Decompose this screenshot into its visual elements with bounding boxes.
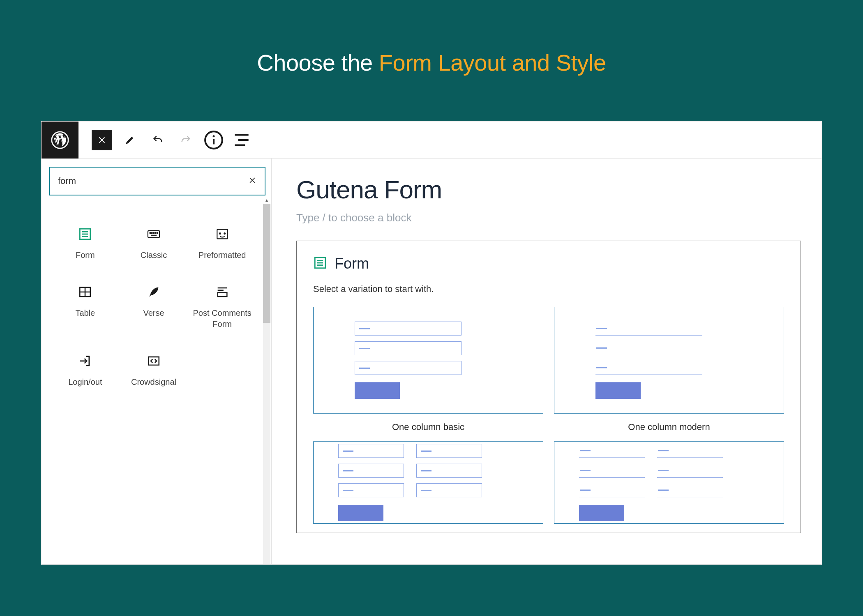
block-item-crowdsignal[interactable]: Crowdsignal <box>122 343 186 397</box>
variation-two-column-basic[interactable] <box>313 441 543 524</box>
variation-label: One column modern <box>554 422 784 432</box>
svg-rect-26 <box>217 292 227 297</box>
embed-icon <box>146 354 161 368</box>
redo-button[interactable] <box>175 130 196 150</box>
variation-one-column-modern[interactable]: One column modern <box>554 307 784 432</box>
form-icon <box>78 227 92 241</box>
variation-preview <box>554 307 784 414</box>
block-item-label: Classic <box>141 250 167 261</box>
block-item-label: Form <box>76 250 95 261</box>
block-item-label: Login/out <box>68 377 102 388</box>
block-item-form[interactable]: Form <box>53 216 118 270</box>
block-results-grid: Form Classic Preformatted <box>49 208 258 397</box>
search-input[interactable] <box>58 176 248 186</box>
variation-preview <box>554 441 784 524</box>
svg-rect-27 <box>148 357 159 365</box>
svg-point-3 <box>213 135 215 137</box>
svg-point-13 <box>152 232 152 233</box>
block-item-label: Verse <box>143 308 164 319</box>
svg-point-19 <box>219 233 221 234</box>
clear-search-icon[interactable] <box>248 176 256 186</box>
block-item-classic[interactable]: Classic <box>122 216 186 270</box>
wordpress-logo[interactable] <box>42 122 78 159</box>
block-search-field[interactable] <box>49 167 265 195</box>
variation-preview <box>313 307 543 414</box>
svg-point-20 <box>224 233 225 234</box>
svg-rect-11 <box>148 231 159 238</box>
form-block-placeholder: Form Select a variation to start with. <box>296 241 801 533</box>
block-item-verse[interactable]: Verse <box>122 274 186 339</box>
block-item-table[interactable]: Table <box>53 274 118 339</box>
edit-tool-button[interactable] <box>120 130 140 150</box>
comments-form-icon <box>215 285 230 299</box>
svg-point-15 <box>155 232 156 233</box>
block-item-label: Table <box>75 308 95 319</box>
variation-label: One column basic <box>313 422 543 432</box>
feather-icon <box>146 285 161 299</box>
scroll-up-arrow[interactable]: ▴ <box>263 196 270 204</box>
outline-button[interactable] <box>231 130 252 150</box>
form-icon <box>313 256 327 271</box>
table-icon <box>78 285 92 299</box>
block-item-post-comments-form[interactable]: Post Comments Form <box>190 274 254 339</box>
preformatted-icon <box>215 227 230 241</box>
block-item-label: Crowdsignal <box>131 377 176 388</box>
page-headline: Choose the Form Layout and Style <box>0 49 863 76</box>
variation-one-column-basic[interactable]: One column basic <box>313 307 543 432</box>
svg-point-14 <box>153 232 154 233</box>
block-item-label: Preformatted <box>198 250 246 261</box>
svg-point-16 <box>157 232 157 233</box>
block-appender-placeholder[interactable]: Type / to choose a block <box>296 211 801 224</box>
editor-canvas: Gutena Form Type / to choose a block For… <box>272 159 821 564</box>
close-inserter-button[interactable] <box>92 130 112 150</box>
svg-point-12 <box>150 232 150 233</box>
block-item-label: Post Comments Form <box>192 308 252 330</box>
undo-button[interactable] <box>148 130 168 150</box>
scroll-thumb[interactable] <box>263 204 270 323</box>
form-block-title: Form <box>335 255 369 272</box>
info-button[interactable] <box>203 130 224 150</box>
inserter-scrollbar[interactable]: ▴ ▾ <box>263 204 270 565</box>
keyboard-icon <box>146 227 161 241</box>
block-item-preformatted[interactable]: Preformatted <box>190 216 254 270</box>
variation-two-column-modern[interactable] <box>554 441 784 524</box>
block-inserter-panel: Form Classic Preformatted <box>42 159 272 564</box>
form-block-subtitle: Select a variation to start with. <box>313 284 784 294</box>
variation-preview <box>313 441 543 524</box>
document-title[interactable]: Gutena Form <box>296 175 801 204</box>
login-icon <box>78 354 92 368</box>
editor-window: Form Classic Preformatted <box>41 121 822 565</box>
block-item-login-out[interactable]: Login/out <box>53 343 118 397</box>
editor-toolbar <box>42 122 821 159</box>
